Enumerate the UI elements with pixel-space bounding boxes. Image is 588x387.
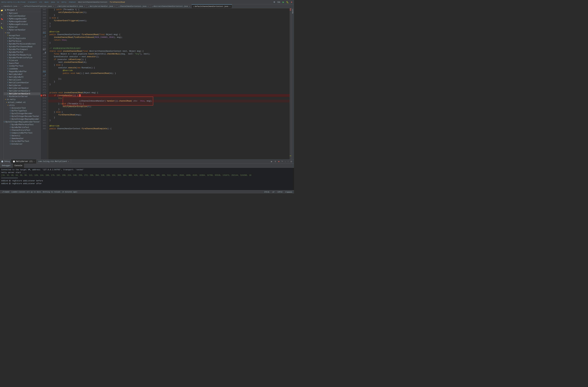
close-tab-icon[interactable]: ✕: [19, 5, 19, 7]
sidebar-item-bytebufferallocatedirect[interactable]: C ByteBufferAllocateDirect: [4, 43, 41, 45]
sidebar-item-intbuffertest[interactable]: C IntBufferTest: [4, 65, 41, 68]
git-button[interactable]: Git:: [277, 0, 281, 3]
close-tab-icon[interactable]: ✕: [230, 5, 230, 7]
sidebar-item-demohandler[interactable]: C DemoHandler: [4, 137, 41, 140]
tab-defaultchannelhandlercontext[interactable]: ☕ DefaultChannelHandlerContext.java ✕: [192, 4, 232, 8]
project-icon[interactable]: 📁: [0, 9, 3, 12]
sidebar-item-directbuffertest[interactable]: C DirectBufferTest: [4, 140, 41, 143]
run-icon[interactable]: ▶: [0, 22, 3, 25]
sidebar-item-nettyclient[interactable]: C NettyClient: [4, 79, 41, 81]
right-panel-label[interactable]: Maven: [292, 9, 294, 14]
debug-run-button[interactable]: 🐛: [286, 0, 289, 3]
sidebar-item-bytebufferput[interactable]: C ByteBufferPut: [4, 51, 41, 54]
sidebar-item-echoserver[interactable]: C EchoServer: [4, 143, 41, 145]
sidebar-item-accepttest[interactable]: T AcceptTest: [4, 34, 41, 37]
sidebar-item-nettyserverhandler2[interactable]: C NettyServerHandler2: [4, 90, 41, 92]
structure-icon[interactable]: ⊞: [0, 13, 3, 16]
line-num-375: 375: [41, 100, 47, 102]
sidebar-item-nettyclienthandler[interactable]: C NettyClientHandler: [4, 81, 41, 84]
debug-icon[interactable]: 🐛: [0, 26, 3, 29]
project-dropdown[interactable]: ▼: [16, 9, 17, 11]
sidebar-item-byte2integerdecoder[interactable]: C Byte2IntegerDecoder: [4, 112, 41, 115]
step-out-button[interactable]: ↑: [287, 160, 289, 163]
sidebar-item-guessthat[interactable]: C GuessThat: [4, 62, 41, 65]
step-into-button[interactable]: ↓: [284, 160, 287, 163]
sidebar-item-bytebufreferencetest[interactable]: C ByteBufReferenceTest: [4, 123, 41, 126]
debug-session-tab-2[interactable]: com.tuling.nio.NettyClient ✕: [36, 159, 71, 164]
sidebar-item-myserver[interactable]: C MyServer: [4, 26, 41, 29]
sidebar-item-nettybytebuf2[interactable]: C NettyByteBuf2: [4, 76, 41, 79]
resume-button[interactable]: ▶: [270, 160, 273, 163]
step-over-button[interactable]: ↷: [281, 160, 284, 163]
sidebar-item-nio[interactable]: ▾ nio: [4, 31, 41, 34]
sidebar-item-label: ByteBufReferenceTest: [12, 124, 34, 126]
close-tab-icon[interactable]: ✕: [84, 5, 85, 7]
sidebar-item-bytebufferwritetofile[interactable]: C ByteBufferWriteToFile: [4, 56, 41, 59]
position-button[interactable]: 373:31: [264, 191, 270, 193]
sidebar-item-mymessageprotocol[interactable]: C MyMessageProtocol: [4, 23, 41, 26]
sidebar-item-channelfuturetest[interactable]: C ChannelFutureTest: [4, 129, 41, 132]
tab-nettyserverhandler[interactable]: ☕ NettyServerHandler.java ✕: [87, 4, 117, 8]
encoding-button[interactable]: UTF-8: [277, 191, 283, 193]
line-ending-button[interactable]: LF: [272, 191, 275, 193]
sidebar-item-utils[interactable]: ▾ utils: [4, 104, 41, 107]
sidebar-item-mappedbytebuffer[interactable]: C MappedByteBuffer: [4, 70, 41, 73]
sidebar-item-nettybytebuf[interactable]: C NettyByteBuf: [4, 73, 41, 76]
tab-defaultchannelpipeline[interactable]: ☕ DefaultChannelPipeline.java ✕: [21, 4, 55, 8]
sidebar-item-mymessagedecoder[interactable]: C MyMessageDecoder: [4, 18, 41, 20]
sidebar-item-nettyserverhandler3[interactable]: C NettyServerHandler3: [4, 92, 41, 95]
debugger-tab[interactable]: Debugger: [0, 163, 13, 168]
tab-nettyserverhandler2[interactable]: ☕ NettyServerHandler2.java ✕: [56, 4, 87, 8]
sidebar-item-myserverhandler[interactable]: C MyServerHandler: [4, 29, 41, 31]
sidebar-item-bytebuffercompact[interactable]: C ByteBufferCompact: [4, 48, 41, 51]
sidebar-item-nettyserverhandler[interactable]: C NettyServerHandler: [4, 87, 41, 90]
sidebar-item-filelock[interactable]: C FileLock: [4, 59, 41, 62]
pause-button[interactable]: ⏸: [274, 160, 277, 163]
sidebar-item-label: ByteBufferWriteToFile: [9, 57, 32, 59]
sidebar-item-compositebuffertest[interactable]: C CompositeBufferTest: [4, 132, 41, 135]
run-button[interactable]: ▶: [282, 0, 285, 3]
git-status-button[interactable]: ⎇ master: [1, 191, 10, 193]
sidebar-item-label: NettyServerHandler3: [9, 93, 30, 95]
sidebar-item-bytebufferchannelread[interactable]: C ByteBufferChannelRead: [4, 45, 41, 48]
code-area[interactable]: } catch (Throwable t) { notifyHandlerExc…: [48, 8, 290, 159]
sidebar-item-bufferduplicate[interactable]: C BufferDuplicate: [4, 37, 41, 40]
close-session-icon[interactable]: ✕: [68, 160, 69, 162]
sidebar-item-mymessageencoder[interactable]: C MyMessageEncoder: [4, 20, 41, 23]
class-icon: C: [10, 107, 11, 109]
sidebar-item-nettyserver[interactable]: C NettyServer: [4, 84, 41, 87]
console-content[interactable]: Connected to the target VM, address: '12…: [0, 168, 294, 190]
close-tab-icon[interactable]: ✕: [114, 5, 115, 7]
sidebar-item-myclienthandler[interactable]: C MyClientHandler: [4, 15, 41, 18]
sidebar-item-byte2integerdecodertester[interactable]: C Byte2IntegerDecoderTester: [4, 115, 41, 118]
sidebar-item-buffertypetest[interactable]: C BufferTypeTest: [4, 110, 41, 112]
tab-abstractchannelhandlercontext[interactable]: ☕ AbstractChannelHandlerContext.java ✕: [150, 4, 192, 8]
tab-channelhandlercontext[interactable]: ☕ ChannelHandlerContext.java ✕: [117, 4, 150, 8]
settings-button[interactable]: ⚙: [273, 0, 276, 3]
close-session-icon[interactable]: ✕: [34, 160, 34, 162]
sidebar-item-allocatortest[interactable]: C AllocatorTest: [4, 107, 41, 110]
sidebar-item-byte2integerreplaydecoder[interactable]: C Byte2IntegerReplayDecoder: [4, 118, 41, 121]
indent-button[interactable]: 4 spaces: [285, 191, 293, 193]
sidebar-item-bytebufwritetest[interactable]: C ByteBufWriteTest: [4, 126, 41, 129]
sidebar-item-myclient[interactable]: C MyClient: [4, 12, 41, 15]
sidebar-item-actual-combat[interactable]: ▾ actual_combat.e1: [4, 101, 41, 104]
close-tab-icon[interactable]: ✕: [148, 5, 149, 7]
console-tab[interactable]: Console: [13, 163, 24, 168]
sidebar-item-bufferslice[interactable]: C BufferSlice: [4, 40, 41, 43]
evaluate-button[interactable]: ⊞: [290, 160, 293, 163]
tab-rhandler3[interactable]: ☕ rHandler3.java ✕: [0, 4, 21, 8]
stop-button[interactable]: ■: [290, 0, 293, 3]
status-bar: ⎇ master Loaded classes are up to date. …: [0, 190, 294, 193]
close-tab-icon[interactable]: ✕: [189, 5, 190, 7]
sidebar-item-leakdemo[interactable]: C LeakDemo: [4, 68, 41, 70]
sidebar-item-dateutil[interactable]: C Dateutil: [4, 135, 41, 137]
stop-button[interactable]: ■: [277, 160, 280, 163]
close-tab-icon[interactable]: ✕: [53, 5, 54, 7]
sidebar-item-bytebufferreaderfile[interactable]: C ByteBufferReaderFile: [4, 54, 41, 56]
bookmark-icon[interactable]: 🔖: [0, 18, 3, 21]
sidebar-item-nioselectorserver[interactable]: C NioSelectorServer: [4, 95, 41, 98]
debug-session-tab-1[interactable]: ⬤ NettyServer (2) ✕: [11, 159, 36, 164]
sidebar-item-ionetty[interactable]: ▾ io.netty: [4, 98, 41, 101]
sidebar-item-byte2integerreplaydecodertester[interactable]: C Byte2IntegerReplayDecoderTester: [4, 121, 41, 123]
